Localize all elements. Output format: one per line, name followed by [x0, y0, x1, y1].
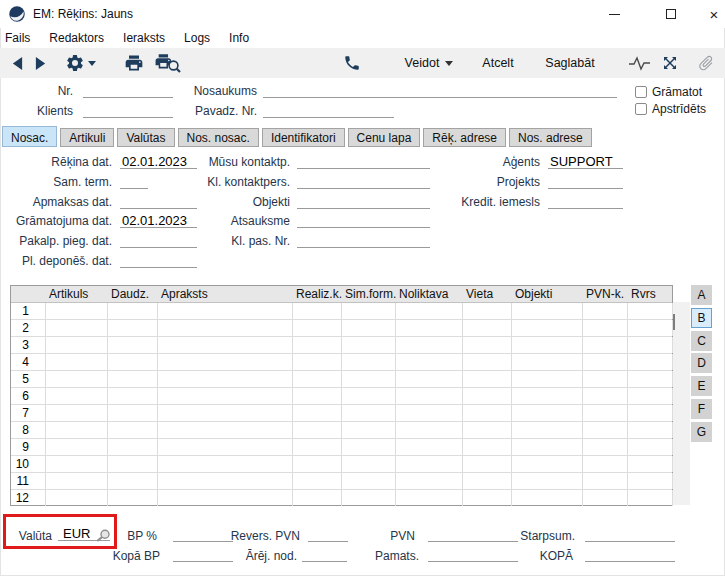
forward-button[interactable] [29, 52, 51, 74]
table-cell[interactable] [108, 422, 158, 438]
bp-input[interactable] [173, 527, 233, 542]
back-button[interactable] [6, 52, 28, 74]
table-cell[interactable] [628, 320, 673, 336]
table-cell[interactable] [293, 303, 342, 319]
table-cell[interactable] [396, 422, 463, 438]
aģents-input[interactable]: SUPPORT [548, 154, 623, 169]
table-cell[interactable] [583, 354, 628, 370]
table-cell[interactable] [46, 354, 108, 370]
table-cell[interactable] [512, 490, 583, 506]
table-cell[interactable] [463, 490, 512, 506]
maximize-button[interactable] [654, 0, 688, 28]
table-cell[interactable] [158, 320, 293, 336]
table-cell[interactable] [583, 337, 628, 353]
sam-term-input[interactable] [120, 174, 148, 189]
nr-input[interactable] [83, 83, 173, 98]
table-cell[interactable] [108, 303, 158, 319]
table-cell[interactable] [628, 456, 673, 472]
table-cell[interactable] [46, 473, 108, 489]
menu-redaktors[interactable]: Redaktors [46, 28, 114, 48]
table-cell[interactable] [342, 422, 396, 438]
table-cell[interactable] [342, 456, 396, 472]
table-cell[interactable] [108, 456, 158, 472]
table-cell[interactable] [463, 320, 512, 336]
table-cell[interactable] [512, 303, 583, 319]
table-cell[interactable] [108, 473, 158, 489]
table-cell[interactable] [46, 371, 108, 387]
attachments-button[interactable] [694, 52, 718, 74]
table-cell[interactable] [293, 490, 342, 506]
table-cell[interactable] [628, 490, 673, 506]
kredit-iemesls-input[interactable] [548, 194, 623, 209]
table-cell[interactable] [158, 303, 293, 319]
menu-ieraksts[interactable]: Ieraksts [120, 28, 175, 48]
table-cell[interactable] [158, 405, 293, 421]
table-cell[interactable] [108, 388, 158, 404]
side-tab-f[interactable]: F [691, 399, 712, 419]
table-cell[interactable] [342, 473, 396, 489]
table-cell[interactable] [46, 456, 108, 472]
save-button[interactable]: Saglabāt [541, 52, 599, 74]
table-cell[interactable] [158, 456, 293, 472]
kopā-input[interactable] [585, 547, 675, 562]
table-cell[interactable] [512, 320, 583, 336]
table-cell[interactable] [396, 405, 463, 421]
table-cell[interactable] [512, 405, 583, 421]
projekts-input[interactable] [548, 174, 623, 189]
table-cell[interactable] [293, 439, 342, 455]
table-cell[interactable] [293, 388, 342, 404]
table-cell[interactable] [463, 456, 512, 472]
table-cell[interactable] [628, 388, 673, 404]
table-cell[interactable] [583, 303, 628, 319]
table-cell[interactable] [628, 337, 673, 353]
table-cell[interactable] [512, 422, 583, 438]
table-cell[interactable] [46, 439, 108, 455]
table-cell[interactable] [158, 337, 293, 353]
table-cell[interactable] [293, 371, 342, 387]
pavadz-nr-input[interactable] [263, 103, 394, 118]
kl-pas-nr-input[interactable] [297, 233, 430, 248]
table-cell[interactable] [396, 320, 463, 336]
grid-scrollbar-thumb[interactable] [673, 314, 675, 330]
table-cell[interactable] [342, 388, 396, 404]
tab-nos-nosac[interactable]: Nos. nosac. [178, 128, 259, 147]
table-cell[interactable] [46, 422, 108, 438]
table-cell[interactable] [158, 354, 293, 370]
pl-deponēš-dat-input[interactable] [120, 253, 197, 268]
table-cell[interactable] [342, 303, 396, 319]
table-cell[interactable] [583, 388, 628, 404]
minimize-button[interactable] [597, 0, 631, 28]
table-cell[interactable] [158, 422, 293, 438]
table-cell[interactable] [583, 490, 628, 506]
nosaukums-input[interactable] [263, 83, 617, 98]
atsauksme-input[interactable] [297, 213, 430, 228]
table-cell[interactable] [342, 439, 396, 455]
table-cell[interactable] [396, 354, 463, 370]
table-cell[interactable] [463, 337, 512, 353]
table-cell[interactable] [512, 388, 583, 404]
table-cell[interactable] [463, 422, 512, 438]
table-cell[interactable] [342, 490, 396, 506]
table-cell[interactable] [583, 439, 628, 455]
table-cell[interactable] [108, 320, 158, 336]
tab-rēķ-adrese[interactable]: Rēķ. adrese [423, 128, 506, 147]
menu-fails[interactable]: Fails [2, 28, 40, 48]
table-cell[interactable] [512, 354, 583, 370]
table-cell[interactable] [463, 371, 512, 387]
table-cell[interactable] [46, 405, 108, 421]
table-cell[interactable] [512, 371, 583, 387]
table-cell[interactable] [158, 439, 293, 455]
table-cell[interactable] [396, 337, 463, 353]
side-tab-e[interactable]: E [691, 376, 712, 396]
table-cell[interactable] [46, 490, 108, 506]
table-cell[interactable] [342, 320, 396, 336]
phone-button[interactable] [340, 52, 364, 74]
objekti-input[interactable] [297, 194, 430, 209]
table-cell[interactable] [293, 456, 342, 472]
table-cell[interactable] [396, 456, 463, 472]
tab-identifikatori[interactable]: Identifikatori [262, 128, 345, 147]
activity-button[interactable] [627, 53, 653, 73]
table-cell[interactable] [158, 371, 293, 387]
table-cell[interactable] [583, 405, 628, 421]
table-cell[interactable] [628, 405, 673, 421]
